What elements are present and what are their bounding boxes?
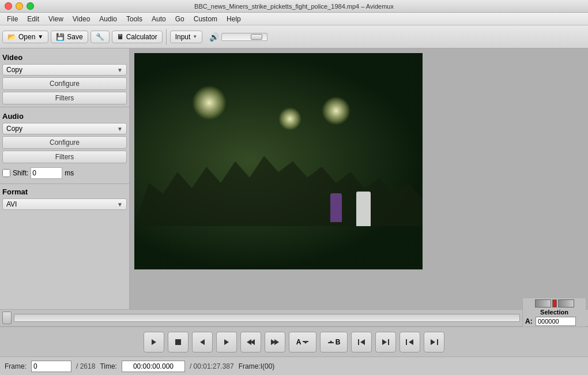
svg-rect-8	[303, 341, 308, 342]
calculator-button[interactable]: 🖩 Calculator	[112, 31, 163, 43]
total-time: / 00:01:27.387	[190, 362, 234, 370]
svg-marker-11	[329, 340, 333, 343]
prev-section-button[interactable]	[399, 332, 420, 352]
stop-button[interactable]	[168, 332, 189, 352]
video-filters-button[interactable]: Filters	[2, 92, 127, 104]
open-dropdown-arrow[interactable]: ▼	[37, 33, 43, 40]
open-button[interactable]: 📂 Open ▼	[2, 31, 48, 43]
folder-icon: 📂	[7, 33, 16, 41]
save-label: Save	[67, 33, 82, 41]
video-area	[130, 48, 588, 309]
svg-marker-13	[360, 339, 365, 345]
video-codec-dropdown[interactable]: Copy H.264 MPEG-4 ▼	[2, 64, 127, 76]
video-codec-select[interactable]: Copy H.264 MPEG-4	[6, 66, 117, 74]
video-codec-arrow: ▼	[117, 67, 123, 73]
shift-input[interactable]	[31, 167, 62, 179]
audio-divider	[0, 107, 129, 107]
svg-marker-9	[303, 341, 308, 344]
format-arrow: ▼	[117, 201, 123, 208]
menu-help[interactable]: Help	[222, 14, 246, 24]
sel-a-label: A:	[525, 317, 533, 325]
input-dropdown[interactable]: Input ▼	[170, 31, 203, 43]
menu-tools[interactable]: Tools	[122, 14, 147, 24]
menu-video[interactable]: Video	[68, 14, 95, 24]
save-button[interactable]: 💾 Save	[51, 31, 88, 43]
svg-rect-10	[328, 342, 334, 343]
toolbar-separator	[166, 29, 167, 45]
video-configure-button[interactable]: Configure	[2, 77, 127, 90]
audio-configure-button[interactable]: Configure	[2, 136, 127, 149]
play-button[interactable]	[144, 332, 164, 352]
menu-audio[interactable]: Audio	[95, 14, 122, 24]
menu-edit[interactable]: Edit	[22, 14, 44, 24]
volume-slider[interactable]	[221, 33, 267, 41]
audio-codec-select[interactable]: Copy AAC MP3	[6, 125, 117, 133]
prev-keyframe-button[interactable]	[240, 332, 261, 352]
maximize-button[interactable]	[27, 2, 34, 10]
audio-codec-dropdown[interactable]: Copy AAC MP3 ▼	[2, 123, 127, 134]
volume-icon[interactable]: 🔊	[209, 32, 219, 42]
toolbar: 📂 Open ▼ 💾 Save 🔧 🖩 Calculator Input ▼ 🔊	[0, 25, 588, 48]
shift-row: Shift: ms	[0, 165, 129, 181]
menu-go[interactable]: Go	[171, 14, 189, 24]
save-icon: 💾	[56, 33, 65, 41]
wrench-icon: 🔧	[96, 33, 104, 41]
format-select[interactable]: AVI MKV MP4	[6, 200, 117, 208]
frame-input[interactable]	[31, 361, 71, 372]
video-preview[interactable]	[134, 53, 423, 269]
video-overlay	[134, 53, 423, 269]
svg-marker-14	[382, 339, 387, 345]
svg-rect-1	[175, 339, 181, 345]
timeline-thumb[interactable]	[2, 312, 12, 324]
calculator-icon: 🖩	[117, 33, 124, 41]
go-start-button[interactable]	[351, 332, 372, 352]
minimize-button[interactable]	[16, 2, 23, 10]
sel-a-input[interactable]	[536, 317, 576, 326]
menu-view[interactable]: View	[44, 14, 68, 24]
light-spot-1	[192, 85, 227, 120]
settings-button[interactable]: 🔧	[91, 31, 110, 43]
frame-label: Frame:	[5, 362, 27, 370]
frame-info: Frame:I(00)	[239, 362, 275, 370]
svg-rect-19	[437, 339, 438, 345]
title-bar: BBC_news_Miners_strike_picketts_fight_po…	[0, 0, 588, 13]
next-frame-button[interactable]	[216, 332, 237, 352]
audio-filters-button[interactable]: Filters	[2, 151, 127, 163]
set-a-label: A	[296, 338, 301, 346]
shift-checkbox[interactable]	[2, 169, 10, 177]
volume-area: 🔊	[209, 32, 267, 42]
svg-marker-2	[200, 339, 205, 345]
selection-swatch-red	[552, 299, 557, 308]
svg-marker-5	[250, 339, 255, 345]
total-frames: / 2618	[76, 362, 95, 370]
menu-custom[interactable]: Custom	[189, 14, 222, 24]
go-end-button[interactable]	[375, 332, 396, 352]
svg-marker-3	[224, 339, 229, 345]
close-button[interactable]	[5, 2, 12, 10]
light-spot-2	[278, 107, 301, 130]
selection-swatch-right	[558, 299, 574, 308]
menu-bar: File Edit View Video Audio Tools Auto Go…	[0, 13, 588, 25]
time-label: Time:	[100, 362, 117, 370]
next-section-button[interactable]	[424, 332, 444, 352]
menu-file[interactable]: File	[2, 14, 22, 24]
svg-rect-12	[358, 339, 359, 345]
set-b-label: B	[336, 338, 341, 346]
input-label: Input	[175, 33, 191, 41]
next-keyframe-button[interactable]	[265, 332, 285, 352]
audio-section-header: Audio	[0, 110, 129, 122]
prev-frame-button[interactable]	[192, 332, 213, 352]
timeline-track[interactable]	[14, 314, 520, 322]
svg-marker-18	[431, 339, 435, 345]
video-section-header: Video	[0, 51, 129, 63]
menu-auto[interactable]: Auto	[147, 14, 171, 24]
set-a-button[interactable]: A	[289, 332, 316, 352]
time-input[interactable]	[122, 361, 185, 372]
volume-thumb[interactable]	[251, 34, 262, 40]
controls-bar: A B	[0, 327, 588, 357]
sel-a-row: A:	[525, 317, 583, 326]
format-dropdown[interactable]: AVI MKV MP4 ▼	[2, 198, 127, 210]
set-b-button[interactable]: B	[320, 332, 348, 352]
window-buttons	[5, 2, 34, 10]
format-divider	[0, 183, 129, 184]
